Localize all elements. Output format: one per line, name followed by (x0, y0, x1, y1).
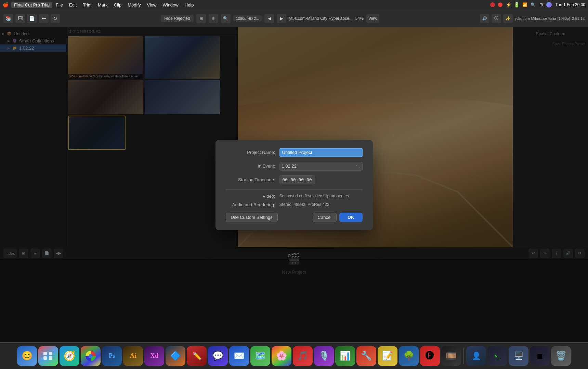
ok-button[interactable]: OK (339, 213, 363, 222)
clip-name-label: yt5s.com-Milan...se Italia-[1080p] (515, 16, 570, 21)
menu-window[interactable]: Window (160, 2, 181, 8)
vectornator-icon: ✏️ (192, 352, 201, 360)
dock-item-maps[interactable]: 🗺️ (250, 346, 270, 366)
toolbar-project-icon[interactable]: 📄 (27, 14, 37, 23)
dock-item-messenger[interactable]: 💬 (208, 346, 228, 366)
toolbar-library-icon[interactable]: 📚 (3, 14, 13, 23)
modal-buttons: Use Custom Settings Cancel OK (226, 213, 363, 222)
menu-trim[interactable]: Trim (80, 2, 94, 8)
toolbar-speaker-btn[interactable]: 🔊 (480, 14, 489, 23)
modal-audio-label: Audio and Rendering: (226, 202, 275, 207)
modal-in-event-select-wrapper: 1.02.22 ⌃⌄ (279, 162, 363, 171)
modal-project-name-input[interactable] (279, 148, 363, 157)
illustrator-icon: Ai (130, 352, 136, 359)
dock-item-safari[interactable]: 🧭 (60, 346, 79, 366)
maps-icon: 🗺️ (255, 351, 266, 361)
toolbar-search-btn[interactable]: 🔍 (221, 14, 231, 23)
xd-icon: Xd (150, 352, 158, 359)
numbers-icon: 📊 (340, 351, 351, 361)
dock-item-photoshop[interactable]: Ps (102, 346, 122, 366)
dock-item-blender[interactable]: 🔷 (166, 346, 185, 366)
dock-item-chrome[interactable] (81, 346, 101, 366)
modal-video-value: Set based on first video clip properties (279, 194, 349, 198)
dock-item-sourcetree[interactable]: 🌳 (399, 346, 419, 366)
dock-item-trash[interactable]: 🗑️ (551, 346, 571, 366)
launchpad-icon (43, 352, 53, 360)
dock-item-podcasts[interactable]: 🎙️ (314, 346, 334, 366)
dock-item-music[interactable]: 🎵 (293, 346, 313, 366)
dock-item-launchpad[interactable] (38, 346, 58, 366)
photos-icon: 🌸 (276, 351, 287, 361)
menu-help[interactable]: Help (182, 2, 197, 8)
menubar-icon-3: 🔋 (513, 2, 520, 8)
toolbar-back-btn[interactable]: ⬅ (39, 14, 49, 23)
apple-logo-icon[interactable]: 🍎 (3, 2, 9, 8)
chrome-icon (86, 351, 96, 361)
assistant-icon: 👤 (472, 352, 481, 360)
toolbar-enhance-btn[interactable]: ✨ (503, 14, 513, 23)
menu-edit[interactable]: Edit (66, 2, 79, 8)
hide-rejected-button[interactable]: Hide Rejected (161, 15, 193, 22)
modal-divider-1 (226, 189, 363, 189)
pocket-icon: 🅟 (426, 351, 434, 361)
terminal-icon: >_ (495, 353, 500, 359)
blender-icon: 🔷 (170, 351, 181, 361)
modal-audio-value: Stereo, 48kHz, ProRes 422 (279, 202, 329, 207)
filename-label: yt5s.com-Milano City Hyperlapse... (289, 16, 352, 21)
menu-app-name[interactable]: Final Cut Pro Trial (11, 2, 52, 8)
toolbar-prev-clip-btn[interactable]: ◀ (264, 14, 274, 23)
modal-ok-cancel-group: Cancel OK (313, 213, 363, 222)
dock-item-illustrator[interactable]: Ai (123, 346, 143, 366)
dock-item-finder[interactable]: 😊 (17, 346, 37, 366)
view-button[interactable]: View (366, 14, 379, 23)
mail-icon: ✉️ (234, 351, 245, 361)
menubar-siri-icon (546, 2, 552, 8)
modal-timecode-value[interactable]: 00:00:00:00 (279, 175, 315, 184)
clip-duration: 2:51:12 (572, 16, 585, 21)
toolbar-info-btn[interactable]: ⓘ (492, 14, 501, 23)
modal-audio-row: Audio and Rendering: Stereo, 48kHz, ProR… (226, 202, 363, 207)
toolbar-refresh-btn[interactable]: ↻ (51, 14, 60, 23)
use-custom-settings-button[interactable]: Use Custom Settings (226, 213, 278, 222)
dock-item-finalcut[interactable]: 🎞️ (441, 346, 461, 366)
finalcut-icon: 🎞️ (446, 351, 457, 361)
menu-clip[interactable]: Clip (111, 2, 124, 8)
menu-mark[interactable]: Mark (95, 2, 110, 8)
toolbar-grid-view-btn[interactable]: ⊞ (196, 14, 206, 23)
dock-item-displays[interactable]: 🖥️ (509, 346, 528, 366)
modal-in-event-row: In Event: 1.02.22 ⌃⌄ (226, 162, 363, 171)
toolbar-list-view-btn[interactable]: ≡ (209, 14, 218, 23)
dock-item-pocket[interactable]: 🅟 (420, 346, 440, 366)
dock: 😊 🧭 Ps Ai Xd 🔷 ✏️ 💬 ✉️ 🗺️ 🌸 (0, 342, 588, 369)
dock-item-assistant[interactable]: 👤 (466, 346, 486, 366)
notes-icon: 📝 (382, 351, 393, 361)
modal-video-label: Video: (226, 194, 275, 199)
menu-modify[interactable]: Modify (125, 2, 143, 8)
dock-item-notes[interactable]: 📝 (378, 346, 397, 366)
menubar-search-icon[interactable]: 🔍 (530, 2, 536, 8)
modal-in-event-select[interactable]: 1.02.22 (279, 162, 363, 171)
dock-item-dark-app[interactable]: ◼ (530, 346, 550, 366)
dock-item-numbers[interactable]: 📊 (335, 346, 355, 366)
dock-item-mail[interactable]: ✉️ (229, 346, 249, 366)
dock-item-vectornator[interactable]: ✏️ (187, 346, 207, 366)
menu-view[interactable]: View (144, 2, 159, 8)
dock-item-terminal[interactable]: >_ (487, 346, 507, 366)
menubar-controlcenter-icon[interactable]: ⊞ (538, 2, 544, 8)
finder-icon: 😊 (22, 351, 32, 361)
resolution-badge: 1080o HD 2... (233, 15, 262, 22)
toolbar-next-clip-btn[interactable]: ▶ (277, 14, 286, 23)
zoom-level: 54% (355, 16, 364, 21)
menu-file[interactable]: File (53, 2, 66, 8)
dock-item-clockwork[interactable]: 🔧 (356, 346, 376, 366)
dock-item-xd[interactable]: Xd (144, 346, 164, 366)
menubar-icon-2: ⚡ (505, 2, 511, 8)
toolbar-event-icon[interactable]: 🎞 (15, 14, 25, 23)
new-project-modal: Project Name: In Event: 1.02.22 ⌃⌄ Start… (215, 140, 373, 230)
dock-item-photos[interactable]: 🌸 (272, 346, 291, 366)
clockwork-icon: 🔧 (361, 351, 372, 361)
modal-video-row: Video: Set based on first video clip pro… (226, 194, 363, 199)
menubar-datetime: Tue 1 Feb 20:00 (555, 2, 585, 7)
cancel-button[interactable]: Cancel (313, 213, 337, 222)
modal-overlay: Project Name: In Event: 1.02.22 ⌃⌄ Start… (0, 27, 588, 342)
